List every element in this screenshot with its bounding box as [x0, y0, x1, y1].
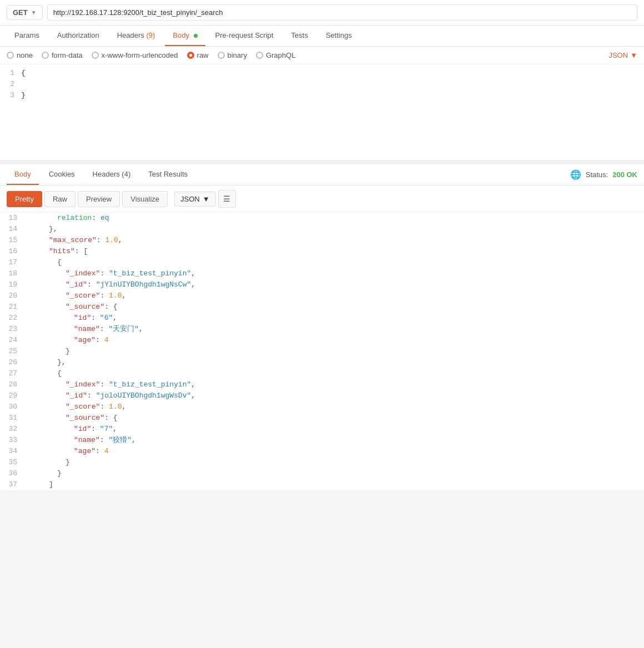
status-label: Status:	[586, 170, 608, 179]
option-urlencoded[interactable]: x-www-form-urlencoded	[92, 51, 178, 59]
resp-tab-headers[interactable]: Headers (4)	[85, 164, 139, 185]
line-content-18: "_index": "t_biz_test_pinyin",	[24, 268, 640, 279]
line-content-36: }	[24, 468, 640, 479]
radio-urlencoded	[92, 52, 99, 59]
json-line-30: 30 "_score": 1.0,	[0, 401, 644, 413]
line-num-24: 24	[4, 335, 24, 346]
line-num-26: 26	[4, 357, 24, 368]
json-line-14: 14 },	[0, 224, 644, 235]
line-content-32: "id": "7",	[24, 424, 640, 435]
line-content-17: {	[24, 257, 640, 268]
line-num-16: 16	[4, 246, 24, 257]
tab-authorization-label: Authorization	[57, 31, 99, 39]
line-num-14: 14	[4, 224, 24, 235]
line-num-34: 34	[4, 446, 24, 457]
option-binary[interactable]: binary	[218, 51, 247, 59]
line-content-31: "_source": {	[24, 413, 640, 424]
option-none[interactable]: none	[7, 51, 33, 59]
json-line-18: 18 "_index": "t_biz_test_pinyin",	[0, 268, 644, 279]
line-num-25: 25	[4, 346, 24, 357]
option-urlencoded-label: x-www-form-urlencoded	[102, 51, 178, 59]
json-line-27: 27 {	[0, 368, 644, 379]
line-content-24: "age": 4	[24, 335, 640, 346]
tab-tests[interactable]: Tests	[283, 26, 315, 46]
line-content-23: "name": "天安门",	[24, 324, 640, 335]
line-content-14: },	[24, 224, 640, 235]
radio-raw	[187, 52, 194, 59]
option-form-data-label: form-data	[52, 51, 83, 59]
tab-prerequest[interactable]: Pre-request Script	[208, 26, 281, 46]
resp-tab-cookies[interactable]: Cookies	[41, 164, 83, 185]
tab-prerequest-label: Pre-request Script	[215, 31, 274, 39]
option-none-label: none	[17, 51, 33, 59]
visualize-button[interactable]: Visualize	[122, 191, 168, 207]
line-num-31: 31	[4, 413, 24, 424]
line-num-21: 21	[4, 302, 24, 313]
option-raw-label: raw	[197, 51, 209, 59]
line-content-20: "_score": 1.0,	[24, 290, 640, 302]
resp-tab-headers-label: Headers (4)	[93, 170, 131, 178]
option-raw[interactable]: raw	[187, 51, 209, 59]
json-line-26: 26 },	[0, 357, 644, 368]
code-editor[interactable]: 1 { 2 3 }	[0, 64, 644, 164]
line-num-29: 29	[4, 390, 24, 401]
viewer-toolbar: Pretty Raw Preview Visualize JSON ▼ ☰	[0, 185, 644, 213]
line-content-30: "_score": 1.0,	[24, 401, 640, 413]
radio-none	[7, 52, 14, 59]
line-num-32: 32	[4, 424, 24, 435]
line-content-37: ]	[24, 479, 640, 490]
status-value: 200 OK	[612, 170, 637, 179]
json-line-35: 35 }	[0, 457, 644, 468]
option-form-data[interactable]: form-data	[42, 51, 83, 59]
json-line-36: 36 }	[0, 468, 644, 479]
line-num-13: 13	[4, 213, 24, 224]
line-num-1: 1	[4, 69, 21, 77]
format-selector[interactable]: JSON ▼	[174, 192, 216, 207]
radio-graphql	[256, 52, 263, 59]
tab-params-label: Params	[14, 31, 39, 39]
line-num-28: 28	[4, 379, 24, 390]
radio-binary	[218, 52, 225, 59]
json-line-24: 24 "age": 4	[0, 335, 644, 346]
tab-params[interactable]: Params	[7, 26, 47, 46]
line-num-30: 30	[4, 401, 24, 413]
tab-settings-label: Settings	[326, 31, 352, 39]
line-content-22: "id": "6",	[24, 313, 640, 324]
code-content-3: }	[21, 91, 26, 99]
json-response-content: 13 relation: eq 14 }, 15 "max_score": 1.…	[0, 213, 644, 490]
url-input[interactable]	[47, 4, 637, 21]
resp-tab-test-results-label: Test Results	[148, 170, 188, 178]
line-content-13: relation: eq	[24, 213, 640, 224]
preview-button[interactable]: Preview	[78, 191, 120, 207]
json-format-selector[interactable]: JSON ▼	[608, 51, 637, 59]
json-line-20: 20 "_score": 1.0,	[0, 290, 644, 302]
option-graphql[interactable]: GraphQL	[256, 51, 295, 59]
method-label: GET	[13, 8, 28, 17]
wrap-button[interactable]: ☰	[218, 190, 236, 208]
json-line-19: 19 "_id": "jYlnUIYBOhgdh1wgNsCw",	[0, 279, 644, 290]
tab-settings[interactable]: Settings	[318, 26, 360, 46]
option-graphql-label: GraphQL	[266, 51, 295, 59]
tab-authorization[interactable]: Authorization	[49, 26, 107, 46]
chevron-down-icon: ▼	[31, 9, 37, 16]
json-line-28: 28 "_index": "t_biz_test_pinyin",	[0, 379, 644, 390]
json-line-21: 21 "_source": {	[0, 302, 644, 313]
chevron-down-icon: ▼	[630, 51, 637, 59]
line-num-3: 3	[4, 91, 21, 99]
resp-tab-cookies-label: Cookies	[49, 170, 75, 178]
line-content-29: "_id": "joloUIYBOhgdh1wgWsDv",	[24, 390, 640, 401]
tab-headers[interactable]: Headers (9)	[109, 26, 163, 46]
method-selector[interactable]: GET ▼	[7, 5, 43, 20]
line-content-33: "name": "狡猾",	[24, 435, 640, 446]
pretty-button[interactable]: Pretty	[7, 191, 42, 207]
body-active-dot	[194, 34, 198, 38]
tab-body-label: Body	[173, 31, 189, 39]
tab-body[interactable]: Body	[165, 26, 205, 46]
raw-button[interactable]: Raw	[44, 191, 76, 207]
json-line-29: 29 "_id": "joloUIYBOhgdh1wgWsDv",	[0, 390, 644, 401]
line-num-19: 19	[4, 279, 24, 290]
resp-tab-test-results[interactable]: Test Results	[140, 164, 195, 185]
json-line-16: 16 "hits": [	[0, 246, 644, 257]
resp-tab-body[interactable]: Body	[7, 164, 39, 185]
json-line-22: 22 "id": "6",	[0, 313, 644, 324]
